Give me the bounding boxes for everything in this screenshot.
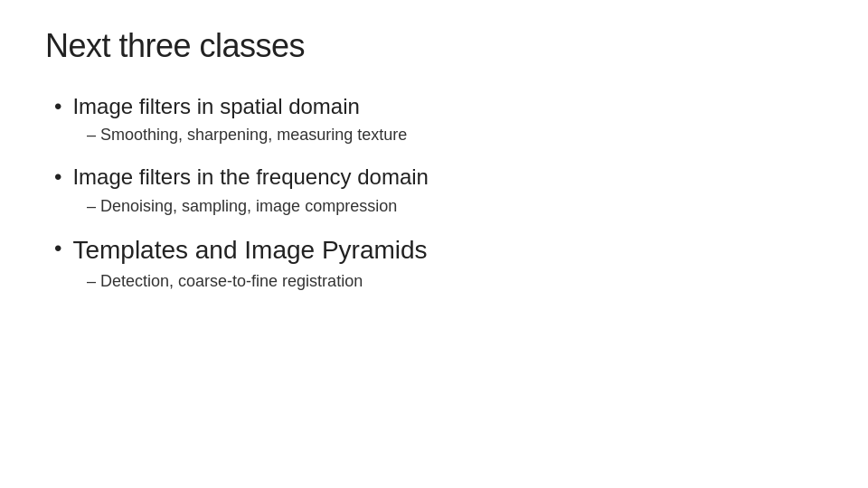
bullet-group-2: • Image filters in the frequency domain … [54,163,823,217]
slide-title: Next three classes [45,27,823,65]
content-area: • Image filters in spatial domain – Smoo… [45,92,823,309]
bullet-sub-1: – Smoothing, sharpening, measuring textu… [54,124,823,146]
slide: Next three classes • Image filters in sp… [0,0,868,488]
bullet-group-3: • Templates and Image Pyramids – Detecti… [54,234,823,294]
bullet-text-2: Image filters in the frequency domain [72,163,429,191]
bullet-dot-1: • [54,92,61,120]
bullet-dot-3: • [54,234,61,262]
bullet-sub-3: – Detection, coarse-to-fine registration [54,270,823,293]
bullet-main-3: • Templates and Image Pyramids [54,234,823,267]
bullet-text-1: Image filters in spatial domain [72,92,359,120]
bullet-main-1: • Image filters in spatial domain [54,92,823,120]
bullet-text-3: Templates and Image Pyramids [72,234,427,267]
bullet-sub-2: – Denoising, sampling, image compression [54,195,823,218]
bullet-main-2: • Image filters in the frequency domain [54,163,823,191]
bullet-group-1: • Image filters in spatial domain – Smoo… [54,92,823,146]
bullet-dot-2: • [54,163,61,191]
